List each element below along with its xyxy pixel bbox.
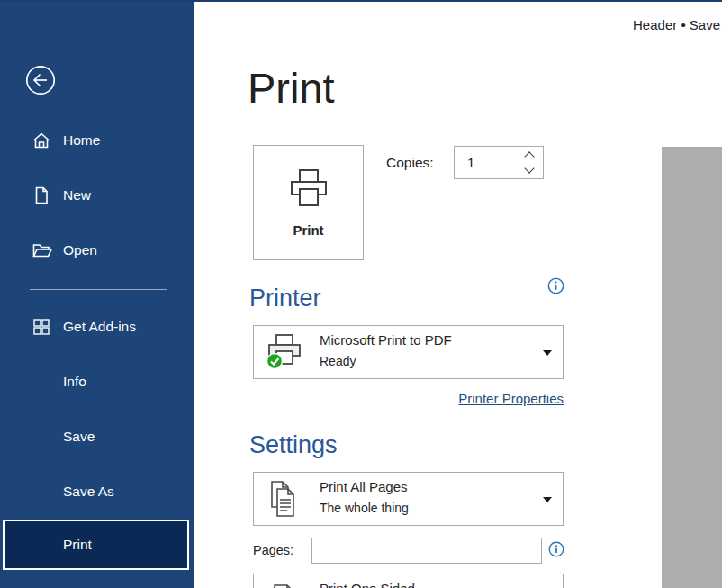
new-document-icon <box>32 185 53 205</box>
print-button-label: Print <box>293 222 323 238</box>
sidebar-item-label: Save As <box>63 484 114 500</box>
page-icon <box>265 582 301 588</box>
printer-icon <box>286 167 331 213</box>
sidebar-item-save[interactable]: Save <box>0 420 194 454</box>
copies-increment-button[interactable] <box>519 148 540 163</box>
window-top-border <box>0 0 722 2</box>
page-title: Print <box>248 63 335 113</box>
pages-input[interactable] <box>311 538 542 564</box>
copies-stepper <box>454 146 544 179</box>
print-range-subtitle: The whole thing <box>320 501 409 515</box>
print-range-dropdown[interactable]: Print All Pages The whole thing <box>253 472 564 526</box>
pages-icon <box>265 480 301 523</box>
copies-decrement-button[interactable] <box>519 163 540 178</box>
sidebar-item-label: Print <box>63 537 92 553</box>
home-icon <box>32 131 53 150</box>
sidebar-item-label: Save <box>63 429 95 445</box>
document-status: Header • Save <box>633 17 720 32</box>
settings-section-heading: Settings <box>249 431 338 459</box>
content-preview-divider <box>627 147 627 588</box>
sidebar-item-get-add-ins[interactable]: Get Add-ins <box>0 310 194 344</box>
sidebar-item-new[interactable]: New <box>0 178 194 213</box>
add-ins-grid-icon <box>32 317 53 337</box>
dropdown-caret-icon <box>543 497 552 502</box>
copies-spinner <box>519 148 540 177</box>
sidebar-item-info[interactable]: Info <box>0 365 194 399</box>
spinner-down-icon <box>524 163 534 173</box>
print-range-title: Print All Pages <box>320 479 408 494</box>
sidebar-item-open[interactable]: Open <box>0 233 194 267</box>
sidebar-item-home[interactable]: Home <box>0 123 194 158</box>
printer-status-icon <box>265 333 304 375</box>
printer-section-heading: Printer <box>249 285 321 312</box>
printer-select-dropdown[interactable]: Microsoft Print to PDF Ready <box>253 325 564 379</box>
print-button[interactable]: Print <box>253 145 364 260</box>
print-sided-dropdown[interactable]: Print One Sided <box>253 574 564 588</box>
preview-pane <box>662 147 722 588</box>
printer-status: Ready <box>320 354 356 368</box>
sidebar-item-label: Open <box>63 242 97 258</box>
copies-label: Copies: <box>386 155 434 171</box>
printer-name: Microsoft Print to PDF <box>320 332 452 348</box>
pages-label: Pages: <box>253 543 293 557</box>
sidebar-item-label: Home <box>63 132 100 149</box>
sidebar-item-label: New <box>63 187 91 204</box>
printer-properties-link[interactable]: Printer Properties <box>253 391 564 406</box>
sidebar-item-save-as[interactable]: Save As <box>0 475 194 509</box>
spinner-up-icon <box>524 152 534 162</box>
back-button[interactable] <box>25 65 56 95</box>
sidebar-item-label: Info <box>63 374 86 390</box>
print-sided-title: Print One Sided <box>320 581 415 588</box>
printer-info-icon[interactable] <box>547 277 564 298</box>
print-pane: Header • Save Print Print Copies: <box>194 0 722 588</box>
sidebar-item-label: Get Add-ins <box>63 319 136 335</box>
sidebar-divider <box>30 289 167 290</box>
dropdown-caret-icon <box>543 350 552 356</box>
print-backstage: Home New Open <box>0 0 722 588</box>
sidebar: Home New Open <box>0 0 194 588</box>
open-folder-icon <box>32 240 53 260</box>
pages-info-icon[interactable] <box>548 541 564 561</box>
back-arrow-icon <box>25 83 56 98</box>
sidebar-item-print[interactable]: Print <box>3 520 189 570</box>
